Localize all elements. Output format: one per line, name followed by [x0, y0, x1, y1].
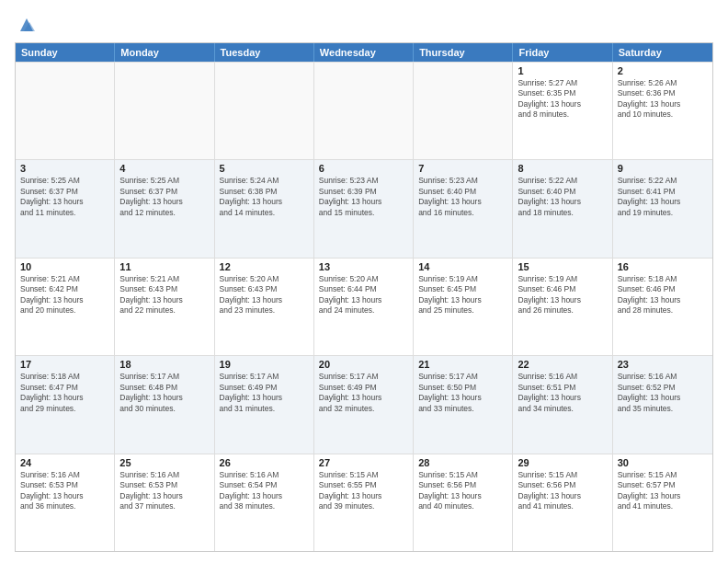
day-number: 23: [618, 359, 708, 370]
calendar-cell: 13Sunrise: 5:20 AM Sunset: 6:44 PM Dayli…: [314, 259, 414, 355]
day-info: Sunrise: 5:18 AM Sunset: 6:47 PM Dayligh…: [20, 372, 109, 414]
calendar-week-5: 24Sunrise: 5:16 AM Sunset: 6:53 PM Dayli…: [16, 454, 712, 551]
day-info: Sunrise: 5:16 AM Sunset: 6:51 PM Dayligh…: [518, 372, 607, 414]
calendar-cell: 28Sunrise: 5:15 AM Sunset: 6:56 PM Dayli…: [414, 454, 513, 551]
day-number: 15: [518, 261, 607, 272]
calendar-cell: 10Sunrise: 5:21 AM Sunset: 6:42 PM Dayli…: [16, 259, 115, 355]
calendar-cell: 9Sunrise: 5:22 AM Sunset: 6:41 PM Daylig…: [613, 160, 712, 257]
day-info: Sunrise: 5:22 AM Sunset: 6:41 PM Dayligh…: [618, 176, 708, 218]
calendar-cell: 24Sunrise: 5:16 AM Sunset: 6:53 PM Dayli…: [16, 454, 115, 551]
day-number: 5: [220, 163, 309, 174]
day-info: Sunrise: 5:16 AM Sunset: 6:53 PM Dayligh…: [20, 470, 109, 512]
day-number: 3: [20, 163, 109, 174]
day-number: 21: [418, 359, 507, 370]
day-number: 6: [319, 163, 408, 174]
day-number: 10: [20, 261, 109, 272]
day-number: 27: [319, 457, 408, 468]
calendar-cell: 21Sunrise: 5:17 AM Sunset: 6:50 PM Dayli…: [414, 356, 513, 453]
calendar-cell: 30Sunrise: 5:15 AM Sunset: 6:57 PM Dayli…: [613, 454, 712, 551]
calendar-cell: 23Sunrise: 5:16 AM Sunset: 6:52 PM Dayli…: [613, 356, 712, 453]
calendar-cell: 20Sunrise: 5:17 AM Sunset: 6:49 PM Dayli…: [314, 356, 414, 453]
day-number: 28: [418, 457, 507, 468]
calendar-cell: 14Sunrise: 5:19 AM Sunset: 6:45 PM Dayli…: [414, 259, 513, 355]
day-info: Sunrise: 5:26 AM Sunset: 6:36 PM Dayligh…: [618, 78, 708, 121]
day-info: Sunrise: 5:20 AM Sunset: 6:43 PM Dayligh…: [220, 274, 309, 316]
day-info: Sunrise: 5:15 AM Sunset: 6:55 PM Dayligh…: [319, 470, 408, 512]
day-info: Sunrise: 5:18 AM Sunset: 6:46 PM Dayligh…: [618, 274, 708, 316]
calendar-cell: 12Sunrise: 5:20 AM Sunset: 6:43 PM Dayli…: [215, 259, 314, 355]
day-info: Sunrise: 5:20 AM Sunset: 6:44 PM Dayligh…: [319, 274, 408, 316]
header: [15, 11, 713, 35]
day-number: 18: [119, 359, 209, 370]
day-number: 29: [518, 457, 607, 468]
logo: [15, 15, 37, 35]
day-info: Sunrise: 5:16 AM Sunset: 6:52 PM Dayligh…: [618, 372, 708, 414]
calendar-cell: [215, 63, 314, 159]
day-info: Sunrise: 5:19 AM Sunset: 6:45 PM Dayligh…: [418, 274, 507, 316]
weekday-header-thursday: Thursday: [414, 43, 513, 62]
calendar-cell: 1Sunrise: 5:27 AM Sunset: 6:35 PM Daylig…: [513, 63, 612, 159]
day-info: Sunrise: 5:17 AM Sunset: 6:50 PM Dayligh…: [418, 372, 507, 414]
day-info: Sunrise: 5:17 AM Sunset: 6:49 PM Dayligh…: [220, 372, 309, 414]
day-info: Sunrise: 5:15 AM Sunset: 6:56 PM Dayligh…: [418, 470, 507, 512]
page: SundayMondayTuesdayWednesdayThursdayFrid…: [0, 0, 728, 563]
calendar-cell: 22Sunrise: 5:16 AM Sunset: 6:51 PM Dayli…: [513, 356, 612, 453]
calendar-body: 1Sunrise: 5:27 AM Sunset: 6:35 PM Daylig…: [16, 62, 712, 551]
day-info: Sunrise: 5:22 AM Sunset: 6:40 PM Dayligh…: [518, 176, 607, 218]
calendar-week-1: 1Sunrise: 5:27 AM Sunset: 6:35 PM Daylig…: [16, 62, 712, 159]
calendar-cell: 4Sunrise: 5:25 AM Sunset: 6:37 PM Daylig…: [115, 160, 214, 257]
calendar-cell: 8Sunrise: 5:22 AM Sunset: 6:40 PM Daylig…: [513, 160, 612, 257]
day-info: Sunrise: 5:19 AM Sunset: 6:46 PM Dayligh…: [518, 274, 607, 316]
weekday-header-monday: Monday: [115, 43, 214, 62]
day-number: 20: [319, 359, 408, 370]
day-info: Sunrise: 5:17 AM Sunset: 6:48 PM Dayligh…: [119, 372, 209, 414]
day-number: 8: [518, 163, 607, 174]
day-info: Sunrise: 5:15 AM Sunset: 6:57 PM Dayligh…: [618, 470, 708, 512]
day-number: 9: [618, 163, 708, 174]
calendar-cell: [16, 63, 115, 159]
calendar-cell: 29Sunrise: 5:15 AM Sunset: 6:56 PM Dayli…: [513, 454, 612, 551]
day-info: Sunrise: 5:23 AM Sunset: 6:40 PM Dayligh…: [418, 176, 507, 218]
day-number: 4: [119, 163, 209, 174]
calendar-cell: 2Sunrise: 5:26 AM Sunset: 6:36 PM Daylig…: [613, 63, 712, 159]
calendar-cell: [314, 63, 414, 159]
day-info: Sunrise: 5:16 AM Sunset: 6:53 PM Dayligh…: [119, 470, 209, 512]
day-number: 1: [518, 65, 607, 76]
day-number: 26: [220, 457, 309, 468]
day-number: 30: [618, 457, 708, 468]
calendar-cell: 18Sunrise: 5:17 AM Sunset: 6:48 PM Dayli…: [115, 356, 214, 453]
day-number: 25: [119, 457, 209, 468]
weekday-header-saturday: Saturday: [613, 43, 712, 62]
calendar-cell: 7Sunrise: 5:23 AM Sunset: 6:40 PM Daylig…: [414, 160, 513, 257]
day-info: Sunrise: 5:21 AM Sunset: 6:43 PM Dayligh…: [119, 274, 209, 316]
weekday-header-tuesday: Tuesday: [215, 43, 314, 62]
calendar-week-3: 10Sunrise: 5:21 AM Sunset: 6:42 PM Dayli…: [16, 258, 712, 355]
calendar: SundayMondayTuesdayWednesdayThursdayFrid…: [15, 42, 713, 552]
calendar-cell: 6Sunrise: 5:23 AM Sunset: 6:39 PM Daylig…: [314, 160, 414, 257]
day-number: 13: [319, 261, 408, 272]
day-number: 14: [418, 261, 507, 272]
calendar-cell: 3Sunrise: 5:25 AM Sunset: 6:37 PM Daylig…: [16, 160, 115, 257]
calendar-cell: 27Sunrise: 5:15 AM Sunset: 6:55 PM Dayli…: [314, 454, 414, 551]
calendar-header: SundayMondayTuesdayWednesdayThursdayFrid…: [16, 43, 712, 62]
calendar-cell: 11Sunrise: 5:21 AM Sunset: 6:43 PM Dayli…: [115, 259, 214, 355]
calendar-cell: [414, 63, 513, 159]
logo-icon: [17, 15, 37, 35]
weekday-header-wednesday: Wednesday: [314, 43, 414, 62]
calendar-cell: 5Sunrise: 5:24 AM Sunset: 6:38 PM Daylig…: [215, 160, 314, 257]
calendar-cell: 16Sunrise: 5:18 AM Sunset: 6:46 PM Dayli…: [613, 259, 712, 355]
calendar-cell: 19Sunrise: 5:17 AM Sunset: 6:49 PM Dayli…: [215, 356, 314, 453]
weekday-header-friday: Friday: [513, 43, 612, 62]
day-info: Sunrise: 5:24 AM Sunset: 6:38 PM Dayligh…: [220, 176, 309, 218]
day-info: Sunrise: 5:21 AM Sunset: 6:42 PM Dayligh…: [20, 274, 109, 316]
day-number: 22: [518, 359, 607, 370]
day-info: Sunrise: 5:16 AM Sunset: 6:54 PM Dayligh…: [220, 470, 309, 512]
day-number: 7: [418, 163, 507, 174]
day-info: Sunrise: 5:25 AM Sunset: 6:37 PM Dayligh…: [119, 176, 209, 218]
day-info: Sunrise: 5:27 AM Sunset: 6:35 PM Dayligh…: [518, 78, 607, 121]
calendar-week-2: 3Sunrise: 5:25 AM Sunset: 6:37 PM Daylig…: [16, 159, 712, 257]
calendar-cell: [115, 63, 214, 159]
day-number: 2: [618, 65, 708, 76]
day-number: 11: [119, 261, 209, 272]
day-number: 17: [20, 359, 109, 370]
